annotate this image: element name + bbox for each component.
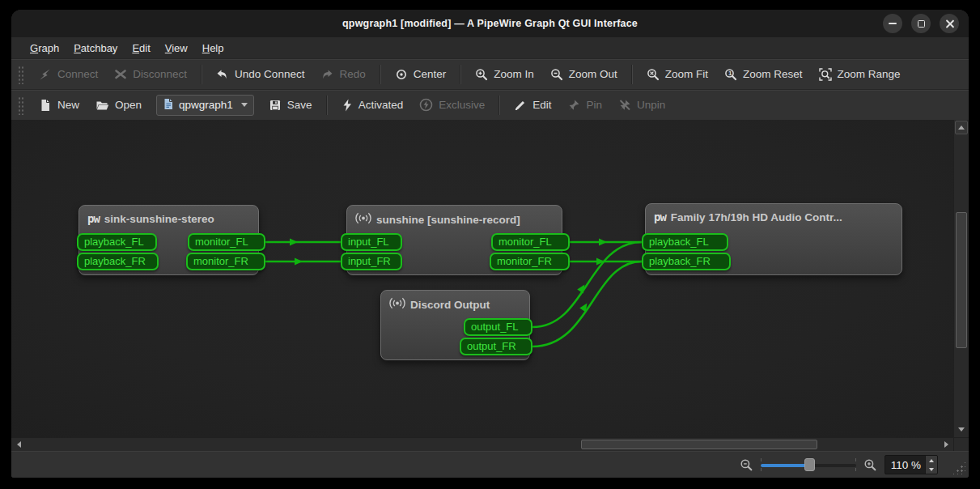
open-folder-icon <box>95 99 109 112</box>
port-output[interactable]: monitor_FR <box>490 253 570 270</box>
horizontal-scrollbar-thumb[interactable] <box>581 440 817 449</box>
zoom-reset-button[interactable]: 1 Zoom Reset <box>716 63 811 86</box>
horizontal-scrollbar[interactable] <box>11 437 969 451</box>
port-output[interactable]: monitor_FL <box>188 233 265 251</box>
zoom-slider[interactable] <box>761 457 856 472</box>
center-button[interactable]: Center <box>387 63 455 86</box>
menu-edit[interactable]: Edit <box>125 40 157 57</box>
maximize-button[interactable] <box>911 14 931 33</box>
zoom-spinbox[interactable]: 110 % <box>885 455 938 474</box>
zoom-range-button[interactable]: Zoom Range <box>811 63 909 86</box>
port-input[interactable]: input_FL <box>341 233 402 251</box>
node-title: sunshine [sunshine-record] <box>347 206 562 227</box>
activated-toggle[interactable]: Activated <box>333 94 412 117</box>
pin-icon <box>567 99 580 112</box>
slider-tick <box>761 458 762 461</box>
port-input[interactable]: playback_FR <box>642 253 731 270</box>
wire-arrow-icon <box>295 258 303 266</box>
zoom-slider-handle[interactable] <box>804 458 815 471</box>
toolbar-separator <box>460 65 461 84</box>
zoom-in-icon[interactable] <box>863 458 877 472</box>
zoom-out-icon <box>550 68 563 81</box>
zoom-out-button[interactable]: Zoom Out <box>542 63 626 86</box>
scroll-down-button[interactable] <box>955 423 968 436</box>
zoom-value[interactable]: 110 % <box>885 456 925 474</box>
edit-button[interactable]: Edit <box>506 94 559 117</box>
node-title: pw Family 17h/19h HD Audio Contr... <box>646 204 902 223</box>
new-document-icon <box>39 99 52 112</box>
arrow-down-icon <box>958 427 965 432</box>
svg-text:1: 1 <box>728 70 732 77</box>
toolbar-separator <box>498 96 500 115</box>
spin-down-button[interactable] <box>926 465 937 474</box>
toolbar-separator <box>380 65 381 84</box>
toolbar-patchbay: New Open qpwgraph1 Save Activated Exclus… <box>11 89 969 120</box>
scroll-left-button[interactable] <box>12 438 25 451</box>
chevron-down-icon <box>241 103 248 107</box>
arrow-down-icon <box>929 468 934 471</box>
scroll-up-button[interactable] <box>955 121 968 134</box>
redo-icon <box>320 68 333 81</box>
connect-button: Connect <box>31 63 106 86</box>
open-button[interactable]: Open <box>87 94 150 117</box>
window-controls <box>883 14 959 33</box>
activated-bolt-icon <box>342 99 353 112</box>
spin-up-button[interactable] <box>926 456 937 465</box>
zoom-in-button[interactable]: Zoom In <box>467 63 542 86</box>
toolbar-separator <box>201 65 202 84</box>
zoom-fit-icon <box>647 68 660 81</box>
slider-tick <box>761 468 762 471</box>
port-input[interactable]: input_FR <box>341 253 402 270</box>
toolbar-drag-handle[interactable] <box>18 65 24 84</box>
exclusive-bolt-icon <box>419 98 433 112</box>
center-icon <box>395 68 408 81</box>
zoom-reset-icon: 1 <box>724 68 737 81</box>
undo-connect-button[interactable]: Undo Connect <box>208 63 312 86</box>
port-input[interactable]: playback_FL <box>642 233 728 251</box>
port-output[interactable]: monitor_FL <box>491 233 570 251</box>
minimize-button[interactable] <box>883 14 902 33</box>
port-output[interactable]: monitor_FR <box>186 253 265 270</box>
unpin-button: Unpin <box>610 94 673 117</box>
menu-help[interactable]: Help <box>195 40 231 57</box>
broadcast-icon <box>389 297 405 312</box>
port-input[interactable]: playback_FR <box>77 253 159 270</box>
pipewire-icon: pw <box>87 212 100 225</box>
vertical-scrollbar[interactable] <box>953 120 969 437</box>
canvas-row: pw sink-sunshine-stereo playback_FL play… <box>11 120 969 437</box>
titlebar[interactable]: qpwgraph1 [modified] — A PipeWire Graph … <box>11 10 969 37</box>
save-button[interactable]: Save <box>261 94 320 117</box>
menu-graph[interactable]: Graph <box>23 40 66 57</box>
redo-button: Redo <box>312 63 373 86</box>
menu-view[interactable]: View <box>158 40 195 57</box>
disconnect-icon <box>114 68 127 81</box>
pipewire-icon: pw <box>654 210 666 223</box>
vertical-scrollbar-thumb[interactable] <box>956 212 967 348</box>
minimize-icon <box>889 23 897 24</box>
connect-icon <box>39 68 52 81</box>
port-output[interactable]: output_FL <box>464 318 532 336</box>
zoom-in-icon <box>475 68 488 81</box>
graph-canvas[interactable]: pw sink-sunshine-stereo playback_FL play… <box>11 120 953 437</box>
port-input[interactable]: playback_FL <box>77 233 157 251</box>
toolbar-drag-handle[interactable] <box>18 96 24 115</box>
toolbar-separator <box>631 65 633 84</box>
window-resize-grip[interactable] <box>952 461 965 474</box>
wire-arrow-icon <box>599 239 607 246</box>
connections-layer <box>11 120 953 437</box>
node-title: Discord Output <box>381 291 529 312</box>
zoom-fit-button[interactable]: Zoom Fit <box>638 63 716 86</box>
zoom-range-icon <box>819 68 832 81</box>
zoom-out-icon[interactable] <box>740 458 753 472</box>
close-button[interactable] <box>940 14 959 33</box>
port-output[interactable]: output_FR <box>460 338 532 355</box>
edit-pencil-icon <box>514 99 527 112</box>
app-window: qpwgraph1 [modified] — A PipeWire Graph … <box>11 10 969 478</box>
menu-patchbay[interactable]: Patchbay <box>66 40 125 57</box>
zoom-controls: 110 % <box>740 455 938 474</box>
scroll-right-button[interactable] <box>940 438 952 451</box>
slider-tick <box>855 458 856 461</box>
new-button[interactable]: New <box>31 94 87 117</box>
patchbay-profile-combo[interactable]: qpwgraph1 <box>156 95 254 116</box>
toolbar-separator <box>326 96 328 115</box>
